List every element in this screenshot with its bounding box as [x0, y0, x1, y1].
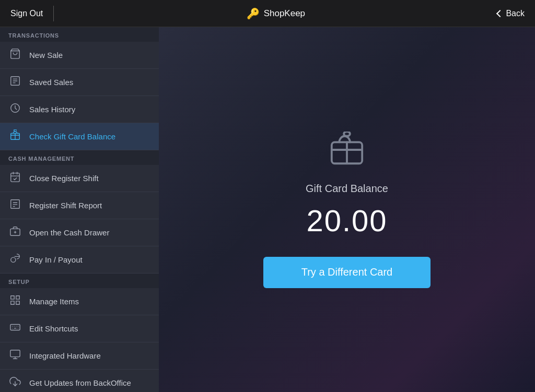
sales-history-label: Sales History: [29, 105, 75, 114]
new-sale-label: New Sale: [29, 51, 63, 60]
calendar-icon: [8, 171, 22, 185]
svg-rect-31: [10, 350, 20, 357]
pay-in-payout-label: Pay In / Payout: [29, 255, 83, 264]
check-gift-card-balance-label: Check Gift Card Balance: [29, 132, 115, 141]
brand-name: ShopKeep: [264, 8, 305, 19]
svg-rect-22: [16, 301, 19, 304]
coins-icon: [8, 253, 22, 267]
cloud-icon: [8, 376, 22, 390]
sign-out-button[interactable]: Sign Out: [10, 9, 43, 18]
balance-amount: 20.00: [306, 203, 387, 238]
doc-icon: [8, 75, 22, 89]
bag-icon: [8, 48, 22, 62]
integrated-hardware-label: Integrated Hardware: [29, 351, 101, 360]
svg-rect-21: [11, 301, 14, 304]
sidebar-item-pay-in-payout[interactable]: Pay In / Payout: [0, 246, 159, 274]
sidebar-item-register-shift-report[interactable]: Register Shift Report: [0, 192, 159, 219]
sidebar: TRANSACTIONS New Sale Saved Sales Sales …: [0, 27, 159, 392]
manage-items-label: Manage Items: [29, 297, 79, 306]
sidebar-item-new-sale[interactable]: New Sale: [0, 42, 159, 69]
svg-rect-23: [10, 325, 20, 330]
sidebar-item-check-gift-card-balance[interactable]: Check Gift Card Balance: [0, 123, 159, 150]
report-icon: [8, 198, 22, 212]
sidebar-item-integrated-hardware[interactable]: Integrated Hardware: [0, 342, 159, 370]
keyboard-icon: [8, 322, 22, 336]
try-different-card-button[interactable]: Try a Different Card: [263, 257, 431, 288]
svg-rect-11: [11, 200, 20, 209]
brand-logo: 🔑 ShopKeep: [64, 7, 487, 20]
hardware-icon: [8, 349, 22, 363]
get-updates-label: Get Updates from BackOffice: [29, 378, 131, 387]
sidebar-item-sales-history[interactable]: Sales History: [0, 96, 159, 123]
svg-rect-19: [11, 296, 14, 299]
cash-drawer-icon: [8, 225, 22, 240]
svg-point-18: [11, 257, 16, 262]
register-shift-report-label: Register Shift Report: [29, 201, 102, 210]
gift-icon: [8, 129, 22, 144]
gift-card-display-icon: [329, 132, 365, 170]
transactions-section-header: TRANSACTIONS: [0, 27, 159, 42]
setup-section-header: SETUP: [0, 274, 159, 288]
open-cash-drawer-label: Open the Cash Drawer: [29, 228, 109, 237]
key-icon: 🔑: [247, 7, 260, 20]
sidebar-item-open-cash-drawer[interactable]: Open the Cash Drawer: [0, 219, 159, 246]
sidebar-item-manage-items[interactable]: Manage Items: [0, 288, 159, 315]
edit-shortcuts-label: Edit Shortcuts: [29, 324, 78, 333]
svg-rect-20: [16, 296, 19, 299]
body-layout: TRANSACTIONS New Sale Saved Sales Sales …: [0, 27, 535, 392]
saved-sales-label: Saved Sales: [29, 78, 73, 87]
cash-management-section-header: CASH MANAGEMENT: [0, 150, 159, 165]
sidebar-item-saved-sales[interactable]: Saved Sales: [0, 69, 159, 96]
close-register-shift-label: Close Register Shift: [29, 174, 99, 183]
main-content: Gift Card Balance 20.00 Try a Different …: [159, 27, 535, 392]
grid-icon: [8, 294, 22, 308]
history-icon: [8, 102, 22, 116]
back-button[interactable]: Back: [497, 9, 525, 18]
back-label: Back: [506, 9, 525, 18]
sidebar-item-get-updates[interactable]: Get Updates from BackOffice: [0, 370, 159, 392]
svg-rect-7: [11, 173, 20, 182]
sidebar-item-close-register-shift[interactable]: Close Register Shift: [0, 165, 159, 192]
sidebar-item-edit-shortcuts[interactable]: Edit Shortcuts: [0, 315, 159, 342]
app-header: Sign Out 🔑 ShopKeep Back: [0, 0, 535, 27]
balance-label: Gift Card Balance: [306, 183, 388, 195]
header-divider: [53, 6, 54, 21]
chevron-left-icon: [496, 9, 504, 17]
